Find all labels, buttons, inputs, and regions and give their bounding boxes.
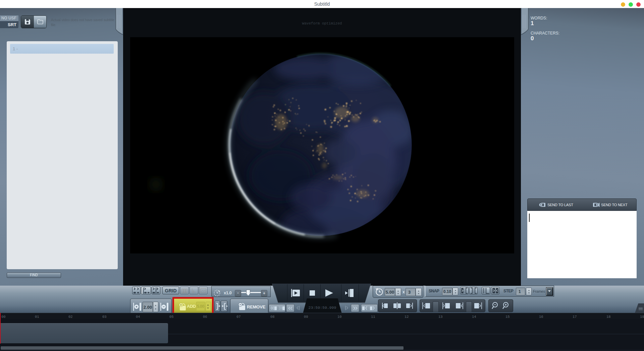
svg-text:1s: 1s [194, 291, 196, 293]
